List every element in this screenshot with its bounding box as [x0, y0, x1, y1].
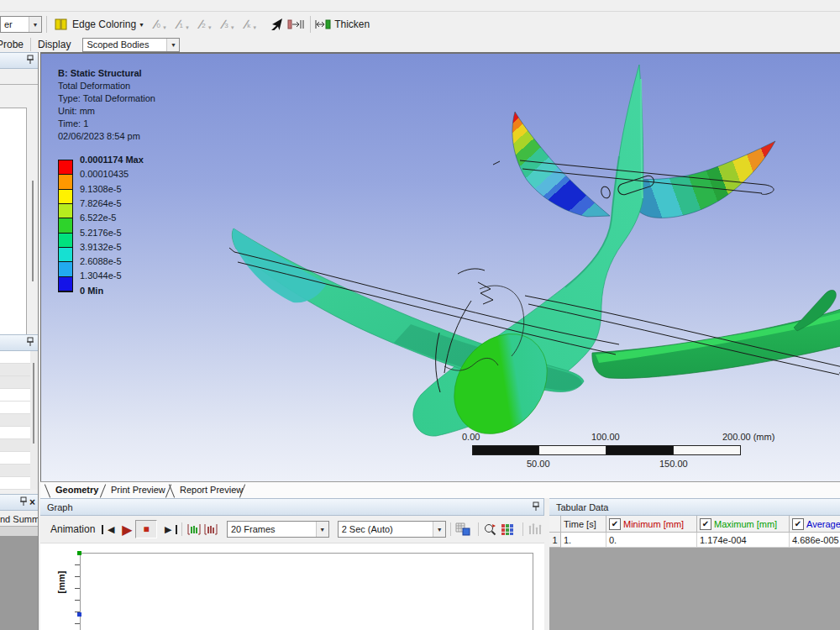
minimum-column-header[interactable]: ✔ Minimum [mm] [606, 516, 697, 533]
scrollbar-thumb[interactable] [32, 181, 34, 281]
ruler-label: 50.00 [527, 459, 550, 469]
tabular-data-row[interactable]: 1 1. 0. 1.174e-004 4.686e-005 [549, 533, 840, 548]
left-dock: × nd Summa [0, 52, 39, 630]
minimum-checkbox[interactable]: ✔ [609, 518, 621, 530]
thicken-button[interactable]: Thicken [315, 18, 370, 31]
probe-label[interactable]: Probe [0, 39, 24, 50]
edge-option-0-button[interactable]: ∕0▼ [155, 18, 167, 30]
pin-icon[interactable] [532, 501, 540, 513]
scale-ruler: 0.00 100.00 200.00 (mm) 50.00 150.00 [455, 432, 808, 472]
animation-toolbar: Animation ◀ ▶ ■ ▶ 20 Frames ▼ 2 Sec (Aut… [40, 516, 544, 543]
edge-option-1-button[interactable]: ∕1▼ [177, 18, 190, 30]
tree-pane-content[interactable] [0, 108, 27, 334]
duration-value: 2 Sec (Auto) [342, 524, 393, 534]
legend-band [59, 204, 72, 218]
result-unit: Unit: mm [58, 105, 155, 118]
plot-area [80, 553, 533, 630]
zoom-fit-icon[interactable] [483, 522, 500, 536]
legend-label: 1.3044e-5 [80, 270, 122, 281]
details-pane-header[interactable] [0, 52, 39, 69]
ruler-label: 150.00 [659, 459, 688, 469]
probe-arrow-icon[interactable] [269, 18, 282, 31]
average-cell[interactable]: 4.686e-005 [790, 533, 840, 548]
legend-band [59, 262, 72, 276]
edge-coloring-button[interactable]: Edge Coloring ▼ [55, 18, 144, 30]
legend-band [59, 218, 72, 233]
maximum-cell[interactable]: 1.174e-004 [697, 533, 790, 548]
graph-chart-area[interactable]: [mm] [40, 543, 544, 630]
legend-label: 9.1308e-5 [80, 184, 122, 194]
result-sets-icon[interactable] [186, 522, 203, 536]
bottom-pane-body [0, 536, 39, 630]
cutoff-combobox[interactable]: er ▼ [0, 16, 42, 33]
pin-icon[interactable] [19, 496, 28, 508]
legend-band [59, 160, 72, 175]
scoped-bodies-value: Scoped Bodies [87, 39, 149, 50]
cutoff-combobox-value: er [4, 19, 13, 29]
histogram-disabled-icon [528, 522, 544, 536]
legend-label: 0.00010435 [80, 169, 129, 179]
result-info-block: B: Static Structural Total Deformation T… [58, 67, 155, 143]
tab-report-preview[interactable]: Report Preview [180, 485, 243, 495]
chevron-down-icon: ▼ [316, 522, 328, 537]
maximum-checkbox[interactable]: ✔ [700, 518, 711, 530]
legend-label: 5.2176e-5 [80, 228, 122, 238]
skip-start-button[interactable]: ◀ [102, 525, 118, 534]
edge-scale-icon[interactable] [287, 18, 306, 31]
play-button[interactable]: ▶ [118, 522, 135, 538]
average-column-header[interactable]: ✔ Average [ [790, 516, 840, 533]
context-bar: Probe Display Scoped Bodies ▼ [0, 37, 840, 52]
min-marker [77, 612, 81, 617]
pin-icon[interactable] [26, 55, 34, 66]
close-icon[interactable]: × [29, 496, 35, 508]
scrollbar-thumb[interactable] [33, 363, 34, 444]
contour-legend: 0.0001174 Max0.000104359.1308e-57.8264e-… [58, 160, 73, 292]
scrollbar-track[interactable] [30, 351, 39, 490]
duration-combobox[interactable]: 2 Sec (Auto) ▼ [338, 521, 447, 538]
edge-option-2-button[interactable]: ∕2▼ [200, 18, 213, 30]
scoped-bodies-combobox[interactable]: Scoped Bodies ▼ [82, 38, 180, 52]
geometry-viewport[interactable]: B: Static Structural Total Deformation T… [40, 52, 840, 483]
legend-label: 2.6088e-5 [80, 256, 122, 266]
edge-option-3-button[interactable]: ∕3▼ [223, 18, 235, 30]
result-time: Time: 1 [58, 118, 155, 130]
result-title: B: Static Structural [58, 67, 155, 80]
legend-labels: 0.0001174 Max0.000104359.1308e-57.8264e-… [80, 155, 172, 296]
thicken-label: Thicken [334, 18, 370, 30]
tabular-empty-area [549, 548, 840, 630]
average-checkbox[interactable]: ✔ [792, 518, 804, 530]
property-grid[interactable] [0, 351, 30, 490]
legend-label: 0.0001174 Max [80, 155, 144, 165]
legend-color-bar [58, 160, 73, 292]
time-steps-icon[interactable] [203, 522, 220, 536]
maximum-column-header[interactable]: ✔ Maximum [mm] [697, 516, 790, 533]
ruler-label: 0.00 [462, 432, 480, 442]
export-video-icon[interactable] [455, 522, 474, 536]
bottom-pane-header[interactable]: × [0, 494, 39, 511]
minimum-cell[interactable]: 0. [606, 533, 697, 548]
view-tab-bar: Geometry Print Preview Report Preview [40, 481, 840, 498]
ansys-mechanical-window: er ▼ Edge Coloring ▼ ∕0▼ ∕1▼ ∕2▼ ∕3▼ ∕k▼… [0, 0, 840, 630]
details-pane2-header[interactable] [0, 334, 39, 351]
result-toolbar: er ▼ Edge Coloring ▼ ∕0▼ ∕1▼ ∕2▼ ∕3▼ ∕k▼… [0, 12, 840, 37]
tab-print-preview[interactable]: Print Preview [111, 485, 165, 495]
frames-value: 20 Frames [231, 524, 276, 534]
frames-combobox[interactable]: 20 Frames ▼ [227, 521, 329, 538]
skip-end-button[interactable]: ▶ [160, 525, 177, 534]
chevron-down-icon: ▼ [29, 17, 41, 32]
rgb-grid-icon[interactable] [500, 522, 518, 536]
legend-band [59, 175, 72, 189]
tabular-panel-header[interactable]: Tabular Data [549, 498, 840, 516]
edge-option-k-button[interactable]: ∕k▼ [245, 18, 257, 30]
pin-icon[interactable] [26, 337, 34, 349]
y-axis-label: [mm] [56, 571, 66, 594]
time-cell[interactable]: 1. [561, 533, 606, 548]
tab-geometry[interactable]: Geometry [55, 485, 98, 495]
row-number-cell: 1 [549, 533, 561, 548]
time-column-header[interactable]: Time [s] [561, 516, 606, 533]
stop-button[interactable]: ■ [135, 520, 157, 538]
chevron-down-icon: ▼ [433, 522, 445, 537]
result-name: Total Deformation [58, 80, 155, 92]
tabular-header-row: Time [s] ✔ Minimum [mm] ✔ Maximum [mm] ✔… [549, 516, 840, 533]
graph-panel-header[interactable]: Graph [40, 498, 544, 516]
